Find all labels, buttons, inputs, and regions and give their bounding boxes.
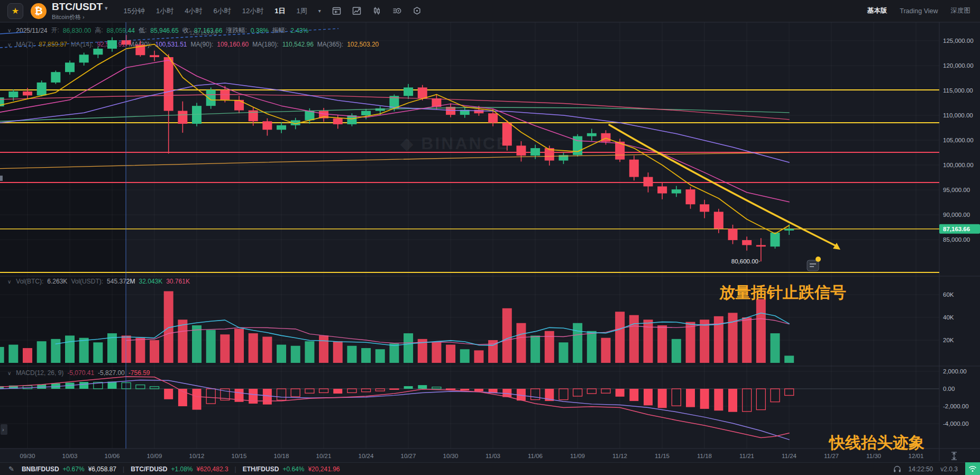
ohlc-label: 开: (51, 26, 59, 35)
svg-text:11/24: 11/24 (782, 453, 797, 459)
candlestick-icon[interactable] (372, 6, 382, 16)
ma-value: 87,859.87 (39, 41, 67, 48)
chevron-down-icon[interactable]: ▾ (105, 5, 108, 11)
settings-icon[interactable] (412, 6, 422, 16)
calendar-icon[interactable] (332, 6, 342, 16)
timeframe-4小时[interactable]: 4小时 (185, 6, 202, 16)
collapse-caret-icon[interactable]: ∨ (7, 279, 11, 285)
timeframe-15分钟[interactable]: 15分钟 (124, 6, 145, 16)
annotation-arrow[interactable] (609, 125, 840, 250)
svg-text:20K: 20K (943, 337, 954, 343)
svg-text:10/12: 10/12 (189, 453, 205, 459)
ticker-price: ¥620,482.3 (197, 465, 228, 473)
timeframe-more-caret-icon[interactable]: ▾ (318, 8, 321, 14)
axis-scale-icon[interactable] (951, 452, 957, 460)
network-status-button[interactable] (965, 462, 980, 475)
svg-text:0.00: 0.00 (943, 386, 955, 392)
line-chart-icon[interactable] (352, 6, 362, 16)
collapse-caret-icon[interactable]: ∨ (7, 28, 11, 33)
vol-value: 32.043K (139, 278, 162, 285)
timeframe-6小时[interactable]: 6小时 (214, 6, 231, 16)
candlestick-layer (0, 35, 794, 261)
ma-legend: ∨ MA(7):87,859.87MA(14):92,577.91MA(30):… (7, 41, 379, 48)
indicator-settings-icon[interactable] (392, 6, 402, 16)
ticker-change: +0.67% (63, 465, 85, 473)
svg-text:11/03: 11/03 (486, 453, 500, 459)
ma-value: 110,542.96 (282, 41, 314, 48)
svg-text:11/21: 11/21 (739, 453, 754, 459)
ma-value: 92,577.91 (97, 41, 125, 48)
ticker-change: +1.08% (171, 465, 193, 473)
pair-title[interactable]: BTC/USDT (52, 1, 103, 12)
vol-value: 545.372M (107, 278, 135, 285)
ticker-symbol: BNB/FDUSD (22, 465, 59, 473)
timeframe-selector: 15分钟1小时4小时6小时12小时1日1周▾ (124, 6, 321, 16)
svg-text:11/09: 11/09 (570, 453, 585, 459)
headset-icon[interactable] (893, 465, 901, 473)
pencil-icon[interactable]: ✎ (8, 465, 14, 473)
collapse-caret-icon[interactable]: ∨ (7, 370, 11, 376)
svg-text:60K: 60K (943, 291, 954, 298)
left-edge-handles[interactable]: › (0, 176, 7, 435)
ma-value: 109,160.60 (217, 41, 249, 48)
ohlc-value: 2.43% (290, 27, 308, 34)
clock-time: 14:22:50 (909, 465, 933, 473)
svg-text:11/18: 11/18 (697, 453, 712, 459)
timeframe-1周[interactable]: 1周 (296, 6, 307, 16)
macd-layer (0, 377, 794, 440)
collapse-caret-icon[interactable]: ∨ (7, 42, 11, 48)
svg-text:10/27: 10/27 (401, 453, 416, 459)
ticker-item[interactable]: ETH/FDUSD+0.64%¥20,241.96 (243, 465, 340, 473)
ma-value: 100,531.51 (155, 41, 187, 48)
ohlc-label: 涨跌幅: (226, 26, 246, 35)
ohlc-value: 86,830.00 (63, 27, 91, 34)
ohlc-label: 振幅: (272, 26, 287, 35)
view-tab-基本版[interactable]: 基本版 (867, 6, 887, 15)
date-axis[interactable]: 09/3010/0310/0610/0910/1210/1510/1810/21… (20, 452, 957, 460)
pair-subtitle[interactable]: Bitcoin价格 › (52, 14, 108, 20)
macd-label: MACD(12, 26, 9) (16, 369, 63, 377)
svg-text:80,600.00: 80,600.00 (731, 258, 758, 264)
timeframe-1小时[interactable]: 1小时 (156, 6, 173, 16)
ticker-price: ¥20,241.96 (308, 465, 340, 473)
svg-text:12/01: 12/01 (909, 453, 924, 459)
svg-text:10/30: 10/30 (443, 453, 459, 459)
favorite-star-button[interactable]: ★ (7, 3, 23, 19)
price-axis[interactable]: 125,000.00120,000.00115,000.00110,000.00… (943, 38, 974, 427)
chinese-annotations: 放量插针止跌信号快线抬头迹象 (719, 284, 924, 451)
vol-value: 30.761K (166, 278, 190, 285)
ticker-price: ¥6,058.87 (88, 465, 116, 473)
ohlc-value: 88,059.44 (107, 27, 135, 34)
wifi-icon (968, 465, 977, 472)
last-price-badge: 87,163.66 (939, 224, 980, 234)
svg-text:10/09: 10/09 (147, 453, 162, 459)
svg-text:40K: 40K (943, 314, 954, 321)
timeframe-12小时[interactable]: 12小时 (242, 6, 263, 16)
app-version: v2.0.3 (940, 465, 958, 473)
svg-text:90,000.00: 90,000.00 (943, 212, 970, 218)
view-tab-深度图[interactable]: 深度图 (951, 6, 971, 15)
svg-text:11/30: 11/30 (866, 453, 881, 459)
timeframe-1日[interactable]: 1日 (274, 6, 285, 16)
ma-lines-layer (0, 44, 789, 234)
svg-text:2,000.00: 2,000.00 (943, 368, 967, 374)
ma-value: 102,503.20 (347, 41, 379, 48)
ticker-item[interactable]: BTC/FDUSD+1.08%¥620,482.3 (131, 465, 228, 473)
ohlc-label: 高: (95, 26, 103, 35)
svg-text:10/21: 10/21 (316, 453, 332, 459)
symbol-title-block[interactable]: BTC/USDT▾ Bitcoin价格 › (52, 2, 108, 20)
ticker-item[interactable]: BNB/FDUSD+0.67%¥6,058.87 (22, 465, 116, 473)
ma-label: MA(365): (317, 41, 343, 48)
macd-value: -5,827.00 (98, 369, 125, 377)
ticker-separator: | (123, 465, 124, 473)
memo-note-icon[interactable] (807, 257, 821, 271)
svg-text:10/15: 10/15 (232, 453, 247, 459)
svg-text:-2,000.00: -2,000.00 (943, 403, 969, 409)
view-tab-Trading View[interactable]: Trading View (900, 7, 938, 15)
svg-text:›: › (2, 426, 4, 433)
horizontal-level-lines[interactable] (0, 90, 939, 272)
chart-canvas[interactable]: ◆ BINANCE125,000.00120,000.00115,000.001… (0, 0, 980, 475)
svg-text:09/30: 09/30 (20, 453, 35, 459)
ticker-symbol: ETH/FDUSD (243, 465, 279, 473)
svg-text:◆ BINANCE: ◆ BINANCE (400, 134, 509, 153)
